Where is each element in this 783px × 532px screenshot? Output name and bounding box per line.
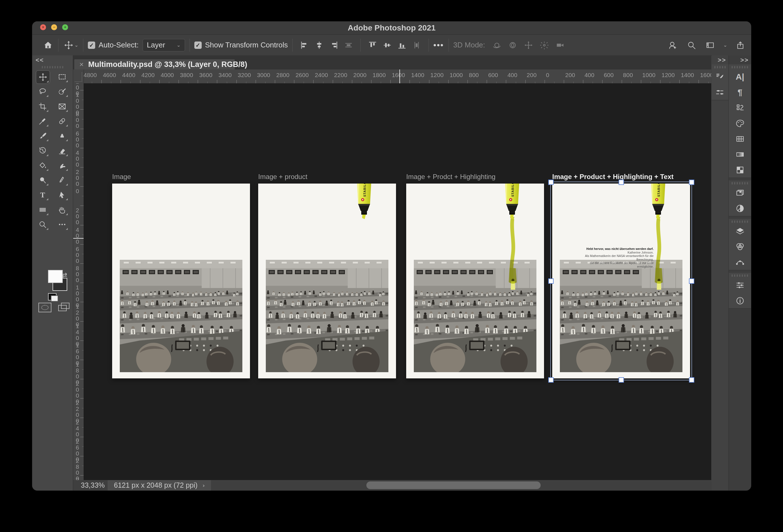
ruler-label: 6 0 0	[74, 130, 80, 148]
character-panel-icon[interactable]: A|	[729, 69, 751, 85]
panel-grip[interactable]	[731, 274, 748, 277]
swap-colors-icon[interactable]: ⇄	[62, 271, 67, 279]
chevron-down-icon[interactable]: ⌄	[74, 43, 79, 48]
panel-group	[729, 273, 751, 309]
chevron-down-icon[interactable]: ⌄	[723, 43, 727, 48]
move-tool[interactable]	[36, 70, 50, 84]
photoshop-window: × − + Adobe Photoshop 2021 ⌄ ✓ Auto-Sele…	[32, 22, 751, 491]
align-right-edges-icon[interactable]	[328, 39, 340, 51]
brushes-panel-icon[interactable]	[712, 85, 728, 100]
expand-panels-button[interactable]: <<	[717, 57, 726, 64]
brush-settings-panel-icon[interactable]	[712, 69, 728, 85]
artboard[interactable]: STABILO Hebt hervor, was nicht übersehen…	[552, 184, 690, 378]
type-tool[interactable]: T	[36, 188, 50, 201]
channels-panel-icon[interactable]	[729, 239, 751, 255]
artboard-label[interactable]: Image + product	[258, 173, 307, 181]
artboard[interactable]: STABILO	[258, 184, 396, 378]
patterns-panel-icon[interactable]	[729, 162, 751, 178]
search-icon[interactable]	[686, 39, 697, 51]
show-transform-checkbox[interactable]: ✓	[194, 41, 202, 49]
dodge-tool[interactable]	[36, 174, 50, 187]
align-top-edges-icon[interactable]	[367, 39, 378, 51]
frame-tool[interactable]	[55, 100, 69, 113]
zoom-tool[interactable]	[36, 218, 50, 231]
document-tab[interactable]: × Multimodality.psd @ 33,3% (Layer 0, RG…	[74, 59, 235, 69]
panel-grip[interactable]	[714, 66, 726, 68]
collapse-toolbar-button[interactable]: <<	[36, 57, 44, 64]
ruler-label: 2800	[276, 72, 289, 78]
default-colors-icon[interactable]	[48, 293, 57, 300]
workspace-switcher-icon[interactable]	[704, 39, 716, 51]
artboard[interactable]: STABILO	[406, 184, 544, 378]
paragraph-panel-icon[interactable]: ¶	[729, 85, 751, 100]
screen-mode-button[interactable]	[58, 303, 69, 311]
hand-tool[interactable]	[55, 203, 69, 216]
swatches-panel-icon[interactable]	[729, 131, 751, 146]
horizontal-ruler[interactable]: 4800460044004200400038003600340032003000…	[73, 69, 711, 84]
paint-bucket-tool[interactable]	[36, 159, 50, 172]
auto-select-dropdown[interactable]: Layer ⌄	[143, 39, 185, 52]
layers-panel-icon[interactable]	[729, 223, 751, 239]
move-tool-preset-icon[interactable]	[63, 39, 74, 51]
toolbar-grip[interactable]	[42, 66, 63, 68]
tab-close-icon[interactable]: ×	[80, 60, 84, 69]
libraries-panel-icon[interactable]	[729, 185, 751, 200]
horizontal-scrollbar[interactable]	[366, 481, 541, 489]
glyphs-panel-icon[interactable]	[729, 100, 751, 115]
account-add-icon[interactable]	[667, 39, 679, 51]
ruler-label: 3200	[238, 72, 251, 78]
ruler-origin-corner[interactable]	[73, 69, 84, 83]
crop-tool[interactable]	[36, 100, 50, 113]
zoom-level-field[interactable]: 33,33%	[81, 480, 105, 491]
artboard[interactable]	[112, 184, 250, 378]
panel-grip[interactable]	[731, 182, 748, 185]
history-brush-tool[interactable]	[36, 144, 50, 157]
adjustments-panel-icon[interactable]	[729, 200, 751, 216]
color-panel-icon[interactable]	[729, 115, 751, 131]
share-icon[interactable]	[735, 39, 746, 51]
svg-text:T: T	[40, 191, 45, 199]
paths-panel-icon[interactable]	[729, 255, 751, 270]
artboard-label[interactable]: Image	[112, 173, 131, 181]
pen-tool[interactable]	[55, 174, 69, 187]
eraser-tool[interactable]	[55, 144, 69, 157]
smudge-tool[interactable]	[55, 159, 69, 172]
foreground-color-swatch[interactable]	[48, 270, 63, 283]
gradients-panel-icon[interactable]	[729, 146, 751, 162]
align-vertical-centers-icon[interactable]	[382, 39, 393, 51]
stabilo-highlighter: STABILO	[648, 184, 668, 220]
align-left-edges-icon[interactable]	[299, 39, 310, 51]
spot-healing-brush-tool[interactable]	[55, 114, 69, 128]
quick-mask-button[interactable]	[38, 303, 52, 312]
title-bar[interactable]: × − + Adobe Photoshop 2021	[32, 22, 751, 35]
document-info[interactable]: 6121 px x 2048 px (72 ppi) ›	[107, 480, 211, 491]
panel-grip[interactable]	[731, 66, 748, 68]
vertical-ruler[interactable]: 1 2 0 01 0 0 08 0 06 0 04 0 02 0 002 0 0…	[73, 83, 84, 480]
eyedropper-tool[interactable]	[36, 114, 50, 128]
lasso-tool[interactable]	[36, 85, 50, 98]
rectangular-marquee-tool[interactable]	[55, 70, 69, 83]
clone-stamp-tool[interactable]	[55, 129, 69, 142]
canvas-viewport[interactable]: ImageImage + product STABILO Image + Pro…	[84, 83, 711, 480]
ellipsis-tool[interactable]	[55, 218, 69, 231]
align-horizontal-centers-icon[interactable]	[314, 39, 325, 51]
orbit-3d-camera-icon	[491, 39, 502, 51]
artboard-label[interactable]: Image + Product + Highlighting + Text	[552, 173, 674, 181]
show-transform-label: Show Transform Controls	[205, 41, 288, 49]
brush-tool[interactable]	[36, 129, 50, 142]
object-selection-tool[interactable]	[55, 85, 69, 98]
properties-panel-icon[interactable]	[729, 277, 751, 293]
artboard-label[interactable]: Image + Prodct + Highlighting	[406, 173, 496, 181]
auto-select-checkbox[interactable]: ✓	[88, 41, 95, 49]
info-panel-icon[interactable]	[729, 293, 751, 308]
more-options-button[interactable]: •••	[433, 40, 444, 50]
expand-panels-button[interactable]: <<	[740, 57, 748, 64]
status-chevron-icon[interactable]: ›	[202, 482, 205, 488]
align-bottom-edges-icon[interactable]	[396, 39, 408, 51]
slide-3d-camera-icon	[539, 39, 550, 51]
distribute-vertical-icon	[411, 39, 422, 51]
panel-grip[interactable]	[731, 221, 748, 223]
path-selection-tool[interactable]	[55, 188, 69, 201]
rectangle-tool[interactable]	[36, 203, 50, 216]
home-icon[interactable]	[42, 39, 54, 51]
